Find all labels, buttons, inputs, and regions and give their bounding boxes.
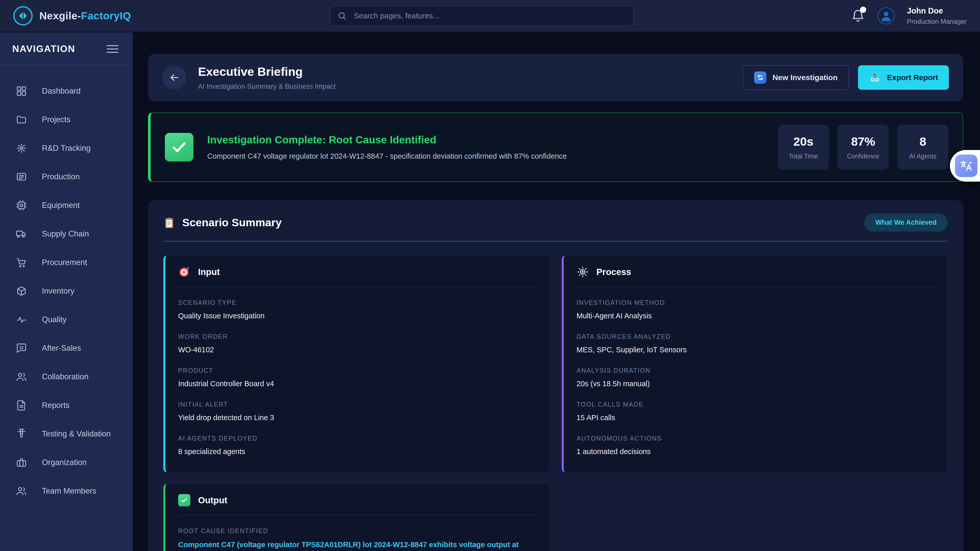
new-investigation-label: New Investigation	[773, 73, 838, 82]
notifications-button[interactable]	[851, 8, 865, 24]
translate-fab[interactable]	[950, 150, 980, 182]
sidebar-item-production[interactable]: Production	[0, 162, 133, 191]
scenario-title: Scenario Summary	[182, 216, 282, 229]
field-value: Yield drop detected on Line 3	[178, 412, 536, 423]
cart-icon	[16, 257, 27, 268]
sidebar-item-collaboration[interactable]: Collaboration	[0, 362, 133, 391]
users-icon	[16, 371, 27, 383]
scenario-summary-card: Scenario Summary What We Achieved	[148, 200, 963, 551]
sidebar-item-rnd-tracking[interactable]: R&D Tracking	[0, 134, 133, 162]
user-name: John Doe	[907, 6, 967, 16]
page-header-card: Executive Briefing AI Investigation Summ…	[148, 54, 963, 101]
brand-logo-icon	[13, 6, 33, 25]
user-role: Production Manager	[907, 17, 967, 25]
brand-name: Nexgile-FactoryIQ	[39, 10, 131, 22]
back-button[interactable]	[162, 65, 186, 89]
sidebar-item-after-sales[interactable]: After-Sales	[0, 334, 133, 362]
what-we-achieved-badge: What We Achieved	[864, 213, 948, 232]
brand[interactable]: Nexgile-FactoryIQ	[13, 6, 131, 25]
field-value: 8 specialized agents	[178, 446, 536, 457]
field-label: DATA SOURCES ANALYZED	[576, 333, 935, 340]
sidebar-item-testing-validation[interactable]: Testing & Validation	[0, 420, 133, 448]
main-content: Executive Briefing AI Investigation Summ…	[133, 32, 980, 551]
field-value: 20s (vs 18.5h manual)	[576, 378, 935, 389]
sidebar: NAVIGATION Dashboard Projects R&D Tracki…	[0, 32, 133, 551]
field-label: AI AGENTS DEPLOYED	[178, 435, 536, 442]
sidebar-item-dashboard[interactable]: Dashboard	[0, 77, 133, 105]
new-investigation-button[interactable]: New Investigation	[743, 65, 849, 90]
field-label: INITIAL ALERT	[178, 401, 536, 408]
cpu-icon	[16, 200, 27, 211]
banner-stats: 20s Total Time 87% Confidence 8 AI Agent…	[778, 125, 948, 170]
field-value: 1 automated decisions	[576, 446, 935, 457]
chat-face-icon	[16, 343, 27, 354]
search-icon	[337, 11, 347, 21]
search	[330, 6, 634, 26]
field-value: WO-46102	[178, 345, 536, 355]
sidebar-title: NAVIGATION	[12, 44, 75, 54]
banner-subtitle: Component C47 voltage regulator lot 2024…	[207, 152, 764, 160]
divider	[163, 241, 948, 241]
sidebar-item-organization[interactable]: Organization	[0, 448, 133, 477]
field-label: ANALYSIS DURATION	[576, 367, 935, 374]
gear-icon	[576, 266, 589, 278]
file-text-icon	[16, 400, 27, 411]
truck-icon	[16, 228, 27, 240]
avatar-person-icon	[878, 8, 894, 24]
field-value: Industrial Controller Board v4	[178, 378, 536, 389]
field-label: SCENARIO TYPE	[178, 299, 536, 306]
stat-total-time: 20s Total Time	[778, 125, 829, 170]
sidebar-item-supply-chain[interactable]: Supply Chain	[0, 220, 133, 248]
field-label: WORK ORDER	[178, 333, 536, 340]
field-label: INVESTIGATION METHOD	[576, 299, 935, 306]
test-tube-icon	[16, 428, 27, 440]
sidebar-item-procurement[interactable]: Procurement	[0, 248, 133, 277]
input-card-title: Input	[198, 267, 220, 277]
process-card-title: Process	[597, 267, 631, 277]
search-input[interactable]	[330, 6, 634, 26]
investigation-complete-banner: Investigation Complete: Root Cause Ident…	[148, 113, 963, 182]
output-card: Output ROOT CAUSE IDENTIFIED Component C…	[163, 484, 549, 551]
menu-toggle-button[interactable]	[107, 45, 118, 53]
dashboard-icon	[16, 86, 27, 97]
sidebar-item-projects[interactable]: Projects	[0, 105, 133, 134]
spark-icon	[16, 143, 27, 154]
top-bar: Nexgile-FactoryIQ John Doe Production Ma…	[0, 0, 980, 32]
field-value: Component C47 (voltage regulator TPS62A0…	[178, 539, 536, 551]
export-icon	[869, 71, 881, 84]
arrow-left-icon	[169, 72, 180, 83]
field-value: MES, SPC, Supplier, IoT Sensors	[576, 345, 935, 355]
page-subtitle: AI Investigation Summary & Business Impa…	[198, 83, 336, 91]
refresh-icon	[754, 71, 767, 84]
stat-confidence: 87% Confidence	[838, 125, 889, 170]
sidebar-item-equipment[interactable]: Equipment	[0, 191, 133, 220]
sidebar-item-team-members[interactable]: Team Members	[0, 477, 133, 505]
briefcase-icon	[16, 457, 27, 468]
target-icon	[178, 266, 190, 278]
banner-title: Investigation Complete: Root Cause Ident…	[207, 134, 764, 146]
check-icon	[165, 133, 193, 162]
field-value: 15 API calls	[576, 412, 935, 423]
output-card-title: Output	[198, 495, 228, 505]
sidebar-item-reports[interactable]: Reports	[0, 391, 133, 420]
activity-icon	[16, 314, 27, 325]
field-value: Quality Issue Investigation	[178, 310, 536, 321]
sidebar-item-inventory[interactable]: Inventory	[0, 277, 133, 305]
users-icon	[16, 486, 27, 497]
field-label: PRODUCT	[178, 367, 536, 374]
translate-icon	[955, 155, 977, 177]
user-avatar[interactable]	[877, 7, 895, 24]
panel-lines-icon	[16, 171, 27, 183]
stat-ai-agents: 8 AI Agents	[897, 125, 948, 170]
package-icon	[16, 286, 27, 297]
notification-badge	[860, 6, 866, 13]
process-card: Process INVESTIGATION METHOD Multi-Agent…	[562, 256, 948, 472]
folder-icon	[16, 114, 27, 125]
check-icon	[178, 494, 190, 507]
clipboard-icon	[163, 217, 175, 229]
sidebar-item-quality[interactable]: Quality	[0, 305, 133, 334]
field-label: ROOT CAUSE IDENTIFIED	[178, 527, 536, 535]
export-report-button[interactable]: Export Report	[858, 65, 949, 90]
field-value: Multi-Agent AI Analysis	[576, 310, 935, 321]
page-title: Executive Briefing	[198, 65, 336, 79]
